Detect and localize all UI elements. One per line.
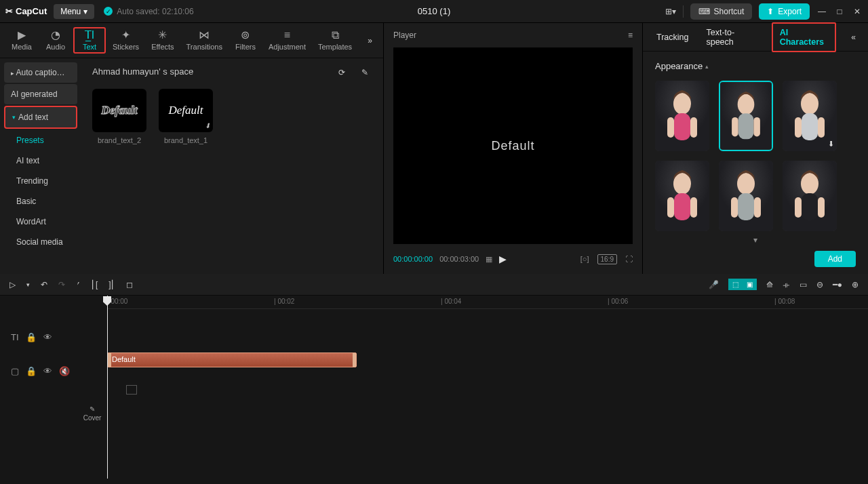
edit-icon[interactable]: ✎ [357,65,372,80]
sidebar-presets[interactable]: Presets [4,130,77,150]
player-pane: Player ≡ Default 00:00:00:00 00:00:03:00… [384,23,643,274]
align-icon[interactable]: ⟛ [783,280,790,289]
playhead-line [107,296,108,479]
pointer-dropdown-icon[interactable]: ▾ [26,281,30,288]
zoom-slider[interactable]: ━● [833,280,842,289]
text-preset-thumb[interactable]: Default⬇ [159,89,213,132]
sidebar-auto-captions[interactable]: ▸ Auto captio… [4,62,77,83]
character-card[interactable] [719,81,773,151]
text-preset-thumb[interactable]: Default [92,89,146,132]
preview-icon[interactable]: ▭ [800,280,807,289]
expand-down-icon[interactable]: ▾ [655,235,856,244]
autosave-status: ✓ Auto saved: 02:10:06 [104,7,193,16]
ruler-mark: | 00:08 [774,298,795,305]
undo-icon[interactable]: ↶ [41,280,47,289]
tool-tab-text[interactable]: T̲IText [73,27,106,54]
tool-tab-filters[interactable]: ⊚Filters [229,27,262,54]
pencil-icon: ✎ [90,405,95,413]
track-area[interactable]: Default [106,309,868,484]
player-title: Player [393,31,416,40]
minimize-icon[interactable]: — [816,6,827,17]
character-card[interactable]: ⬇ [783,81,837,151]
sidebar-trending[interactable]: Trending [4,171,77,191]
tool-tab-effects[interactable]: ✳Effects [146,27,179,54]
zoom-in-icon[interactable]: ⊕ [852,280,859,289]
play-icon[interactable]: ▶ [499,254,507,264]
refresh-icon[interactable]: ⟳ [334,65,349,80]
character-card[interactable] [655,81,709,151]
tool-tab-stickers[interactable]: ✦Stickers [107,27,144,54]
text-icon: T̲I [85,30,94,41]
chevron-down-icon: ▾ [83,7,87,16]
more-tools-icon[interactable]: » [362,36,378,45]
character-card[interactable] [783,161,837,231]
tool-tab-templates[interactable]: ⧉Templates [313,27,357,54]
check-icon: ✓ [104,7,113,16]
split-icon[interactable]: ⎖ [76,280,81,289]
download-icon: ⬇ [828,140,834,148]
lock-icon[interactable]: 🔒 [26,366,37,376]
video-placeholder-icon[interactable] [126,385,137,395]
character-card[interactable] [655,161,709,231]
appearance-heading[interactable]: Appearance▴ [655,61,856,71]
sidebar-basic[interactable]: Basic [4,191,77,211]
player-preview[interactable]: Default [393,47,633,244]
player-menu-icon[interactable]: ≡ [628,31,633,40]
split-right-icon[interactable]: ]⎢ [108,280,115,289]
zoom-out-icon[interactable]: ⊖ [816,280,823,289]
magnet-toggle[interactable]: ⬚ ▣ [728,279,757,290]
eye-icon[interactable]: 👁 [43,366,52,376]
add-button[interactable]: Add [814,251,856,267]
ruler-mark: | 00:04 [441,298,461,305]
layout-icon[interactable]: ⊞▾ [665,6,676,17]
mute-icon[interactable]: 🔇 [59,366,70,376]
grid-icon[interactable]: ▦ [486,255,492,264]
mic-icon[interactable]: 🎤 [709,280,719,289]
export-button[interactable]: ⬆Export [759,3,810,20]
sidebar-wordart[interactable]: WordArt [4,211,77,232]
split-left-icon[interactable]: ⎢[ [92,280,98,289]
snap-on-icon[interactable]: ▣ [743,279,757,290]
close-icon[interactable]: ✕ [852,6,863,17]
tool-tab-transitions[interactable]: ⋈Transitions [181,27,228,54]
sidebar-ai-text[interactable]: AI text [4,150,77,171]
right-tab-ai-characters[interactable]: AI Characters [772,22,837,52]
text-clip[interactable]: Default [107,352,357,367]
effects-icon: ✳ [158,30,167,41]
time-current: 00:00:00:00 [393,255,433,263]
svg-rect-27 [802,193,818,220]
left-pane: ▶Media◔AudioT̲IText✦Stickers✳Effects⋈Tra… [0,23,384,274]
content-area: Ahmad humayun' s space ⟳ ✎ Defaultbrand_… [81,58,383,274]
transitions-icon: ⋈ [199,30,210,41]
maximize-icon[interactable]: □ [834,6,845,17]
svg-rect-8 [732,117,738,137]
sidebar-add-text[interactable]: ▾Add text [4,106,77,129]
sidebar-ai-generated[interactable]: AI generated [4,84,77,104]
timeline-ruler[interactable]: | 00:00| 00:02| 00:04| 00:06| 00:08 [107,296,868,309]
aspect-ratio[interactable]: 16:9 [597,254,617,264]
tool-tab-audio[interactable]: ◔Audio [39,27,72,54]
lock-icon[interactable]: 🔒 [26,332,37,342]
crop-icon[interactable]: ◻ [126,280,133,289]
link-icon[interactable]: ⟰ [766,280,773,289]
sidebar-social-media[interactable]: Social media [4,232,77,252]
focus-icon[interactable]: [○] [580,255,589,263]
collapse-right-icon[interactable]: « [851,33,856,42]
tool-tab-media[interactable]: ▶Media [5,27,38,54]
text-sidebar: ▸ Auto captio… AI generated ▾Add text Pr… [0,58,81,274]
stickers-icon: ✦ [121,30,130,41]
tool-tab-adjustment[interactable]: ≡Adjustment [263,27,311,54]
svg-rect-14 [818,117,825,138]
svg-rect-19 [690,197,697,218]
pointer-icon[interactable]: ▷ [9,280,16,289]
eye-icon[interactable]: 👁 [43,332,52,342]
svg-rect-17 [674,193,690,220]
menu-button[interactable]: Menu▾ [54,4,94,19]
right-tab-tracking[interactable]: Tracking [655,30,690,45]
shortcut-button[interactable]: ⌨Shortcut [690,3,753,20]
magnet-on-icon[interactable]: ⬚ [728,279,743,290]
fullscreen-icon[interactable]: ⛶ [625,255,633,263]
right-tab-text-to-speech[interactable]: Text-to-speech [705,25,756,49]
character-card[interactable] [719,161,773,231]
cover-button[interactable]: ✎ Cover [79,309,106,484]
